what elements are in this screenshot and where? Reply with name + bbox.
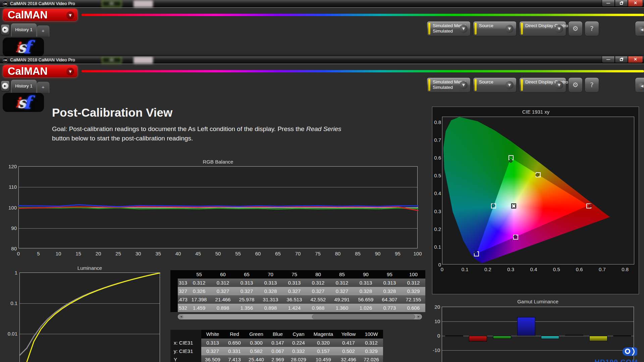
table-cell: 32.496: [337, 355, 360, 362]
table-cell: 0.502: [337, 347, 360, 355]
minimize-button[interactable]: —: [602, 0, 615, 7]
table-cell: 0.312: [306, 279, 330, 287]
table-cell: 0.898: [259, 304, 282, 312]
table-cell: 0.606: [401, 304, 425, 312]
cie-chart-title: CIE 1931 xy: [432, 109, 639, 115]
status-stripe: [521, 23, 523, 35]
table-cell: 2.969: [268, 355, 288, 362]
gamut-bar: [565, 335, 583, 336]
table-header-cell: Yellow: [337, 330, 360, 339]
axis-tick-label: 110: [3, 184, 17, 190]
axis-tick-label: 120: [3, 164, 17, 169]
table-horizontal-scrollbar[interactable]: ◄ ►: [178, 314, 422, 319]
table-cell: 0.326: [187, 287, 211, 295]
table-cell: 0.313: [354, 279, 378, 287]
table-cell: 0.417: [337, 339, 360, 347]
table-cell: 64.307: [378, 295, 401, 304]
rgb-balance-chart-title: RGB Balance: [18, 159, 418, 165]
axis-tick-label: 0.1: [432, 244, 441, 250]
axis-tick-label: 0.01: [3, 331, 17, 337]
watermark: HD199.COM: [595, 347, 638, 362]
workflow-content: isf Post-Calibration View Goal: Post-cal…: [0, 56, 644, 362]
app-icon: CM: [2, 57, 8, 63]
chevron-down-icon: ▼: [66, 11, 74, 19]
titlebar[interactable]: CM CalMAN 2018 CalMAN Video Pro 4K — ✕: [0, 56, 644, 64]
axis-tick-label: 0.7: [432, 137, 441, 143]
workflow-play-button[interactable]: ▶: [1, 24, 10, 35]
meter-dropdown-button[interactable]: Simulated MeterSimulated ▼: [427, 21, 471, 36]
table-cell: 0.313: [259, 279, 282, 287]
axis-tick-label: 45: [192, 251, 205, 256]
scrollbar-thumb[interactable]: [312, 314, 415, 319]
table-cell: 0.312: [187, 279, 211, 287]
minimize-button[interactable]: —: [602, 56, 615, 63]
table-cell: 1.424: [282, 304, 306, 312]
table-cell: 36.513: [282, 295, 306, 304]
titlebar[interactable]: CM CalMAN 2018 CalMAN Video Pro 4K — ✕: [0, 0, 644, 8]
axis-tick-label: 80: [331, 251, 344, 256]
table-cell: 313: [178, 279, 187, 287]
axis-tick-label: 0.3: [432, 208, 441, 214]
axis-tick-label: 0.1: [459, 266, 471, 272]
help-button[interactable]: ?: [585, 21, 599, 36]
table-row: Y36.5097.41325.4402.96928.02910.45932.49…: [170, 355, 383, 362]
gamut-bar: [493, 336, 511, 339]
restore-icon: [620, 58, 623, 61]
display-control-dropdown-button[interactable]: Direct Display Control ▼: [519, 21, 566, 36]
gamut-bar: [469, 336, 487, 342]
table-header-cell: 60: [211, 270, 235, 279]
desktop-icon-blurred: [133, 0, 153, 7]
close-button[interactable]: ✕: [628, 56, 643, 63]
table-row: .47317.39821.46625.97831.31336.51342.552…: [170, 295, 425, 304]
scroll-left-button[interactable]: ◄: [178, 314, 183, 319]
axis-tick-label: 55: [231, 251, 245, 256]
collapse-panel-button[interactable]: ◀: [635, 21, 644, 36]
table-header-cell: Red: [224, 330, 245, 339]
close-button[interactable]: ✕: [628, 0, 643, 7]
table-cell: 0.327: [211, 287, 235, 295]
settings-button[interactable]: ⚙: [568, 21, 583, 36]
restore-button[interactable]: [615, 0, 628, 7]
table-cell: Y: [170, 355, 201, 362]
chevron-left-icon: ◀: [638, 26, 644, 34]
table-cell: 0.582: [245, 347, 268, 355]
cie-measured-marker: [514, 235, 517, 238]
table-header-cell: 80: [306, 270, 330, 279]
table-cell: 1.360: [330, 304, 354, 312]
read-series-emphasis: Read Series: [306, 125, 341, 132]
add-tab-button[interactable]: +: [37, 25, 49, 37]
status-stripe: [475, 23, 477, 35]
table-cell: 0.224: [288, 339, 309, 347]
calman-menu-button[interactable]: CalMAN ▼: [3, 8, 78, 21]
tab-history-1[interactable]: History 1: [11, 23, 37, 37]
scroll-right-button[interactable]: ►: [416, 314, 421, 319]
table-cell: 0.773: [378, 304, 401, 312]
table-cell: [170, 295, 178, 304]
table-cell: 7.413: [224, 355, 245, 362]
table-cell: 0.988: [306, 304, 330, 312]
gamut-bar: [541, 336, 559, 339]
table-cell: 0.327: [201, 347, 224, 355]
restore-button[interactable]: [615, 56, 628, 63]
axis-tick-label: 0: [12, 251, 25, 256]
axis-tick-label: 20: [427, 304, 440, 310]
axis-tick-label: 0.2: [432, 226, 441, 232]
watermark-eye-icon: [622, 347, 638, 357]
table-cell: 0.067: [268, 347, 288, 355]
axis-tick-label: 0.8: [619, 266, 631, 272]
rainbow-divider: [82, 14, 644, 16]
axis-tick-label: 100: [3, 205, 17, 210]
source-dropdown-button[interactable]: Source ▼: [473, 21, 517, 36]
gear-icon: ⚙: [573, 24, 579, 33]
isf-logo: isf: [3, 38, 44, 56]
table-cell: 28.029: [288, 355, 309, 362]
axis-tick-label: 100: [411, 251, 424, 256]
axis-tick-label: 35: [152, 251, 165, 256]
axis-tick-label: 0.8: [432, 119, 441, 125]
table-row: x: CIE310.3130.6500.3000.1470.2240.3200.…: [170, 339, 383, 347]
play-icon: ▶: [2, 26, 8, 33]
table-cell: 0.327: [306, 287, 330, 295]
axis-tick-label: -10: [427, 347, 440, 353]
main-window: CM CalMAN 2018 CalMAN Video Pro 4K — ✕ C…: [0, 56, 644, 362]
axis-tick-label: 0.5: [550, 266, 562, 272]
